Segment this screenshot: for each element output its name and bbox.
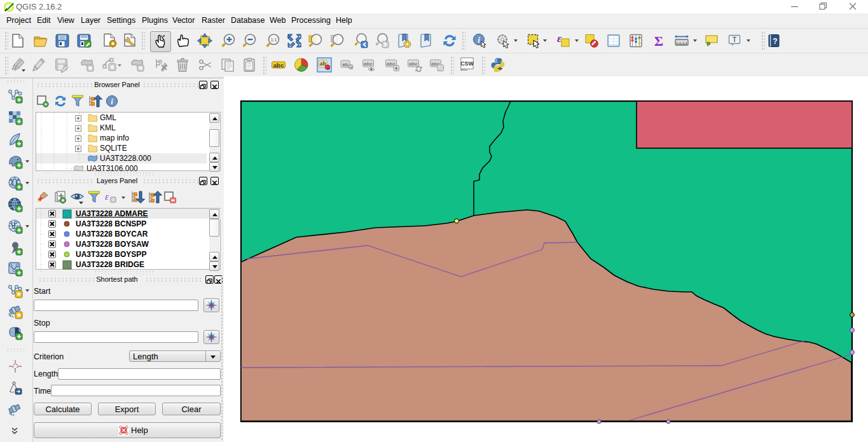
- svg-text:ab: ab: [320, 60, 326, 67]
- svg-text:abc: abc: [409, 61, 418, 67]
- svg-text:Σ: Σ: [654, 33, 663, 48]
- svg-text:abc: abc: [364, 61, 373, 67]
- svg-text:1:1: 1:1: [271, 38, 277, 42]
- svg-text:i: i: [111, 97, 113, 106]
- svg-text:ε: ε: [105, 191, 109, 202]
- svg-text:T: T: [733, 36, 737, 43]
- svg-text:ε: ε: [557, 33, 561, 45]
- svg-text:CSW: CSW: [460, 60, 474, 67]
- svg-text:ab: ab: [342, 62, 348, 67]
- svg-text:i: i: [478, 35, 480, 45]
- svg-text:abc: abc: [273, 62, 284, 69]
- svg-text:?: ?: [773, 37, 777, 46]
